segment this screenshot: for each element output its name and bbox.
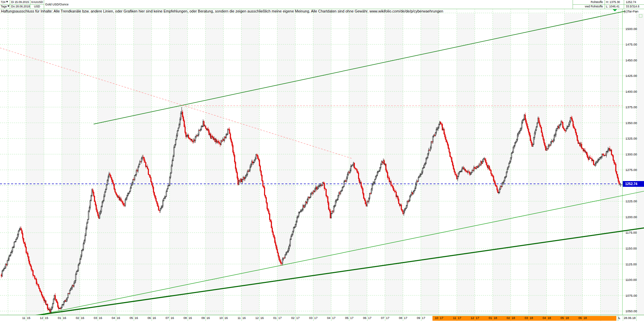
candle-body	[316, 187, 316, 189]
candle-body	[84, 240, 85, 243]
candle-body	[327, 197, 328, 203]
candle-body	[296, 222, 296, 225]
candle-body	[144, 161, 145, 163]
candle-body	[446, 140, 447, 142]
timeline-year-label: 16	[99, 316, 106, 320]
candle-body	[244, 177, 245, 179]
disclaimer-text: Haftungsausschluss für Inhalte: Alle Tre…	[1, 9, 443, 13]
candle-body	[411, 193, 412, 195]
candle-body	[74, 281, 75, 283]
candle-body	[191, 139, 191, 140]
timeline-year-label: 17	[368, 316, 375, 320]
candle-body	[370, 193, 371, 194]
candle-body	[88, 211, 89, 220]
candle-body	[155, 196, 156, 198]
candle-body	[257, 155, 258, 159]
price-axis-label: 1050.00	[625, 309, 643, 313]
candle-body	[97, 210, 97, 212]
candle-body	[52, 304, 53, 308]
timeline-year-label: 17	[476, 316, 483, 320]
candle-body	[562, 122, 563, 127]
candle-body	[224, 137, 225, 141]
bars-count-dropdown[interactable]: 724	[1, 0, 9, 4]
candle-body	[237, 172, 237, 178]
candle-body	[64, 301, 65, 302]
timeline-tick	[116, 316, 116, 321]
candle-body	[461, 171, 461, 172]
candle-body	[127, 196, 127, 198]
candle-body	[198, 135, 198, 136]
timeline-year-label: 16	[63, 316, 70, 320]
candle-body	[93, 192, 94, 196]
candle-body	[56, 299, 56, 301]
month-band	[98, 13, 116, 315]
candle-body	[354, 163, 355, 168]
timeline-month-label: 10	[216, 316, 223, 320]
candle-body	[359, 179, 360, 182]
timeline-month-label: 09	[198, 316, 205, 320]
candle-body	[399, 204, 400, 206]
timeline-tick	[62, 316, 62, 321]
candle-body	[428, 150, 429, 154]
candle-body	[35, 279, 36, 279]
candle-body	[315, 189, 315, 192]
timeline-year-label: 18	[512, 316, 519, 320]
candle-body	[236, 169, 237, 172]
candle-body	[442, 124, 443, 130]
timeline-tick	[205, 316, 206, 321]
candle-body	[339, 193, 339, 196]
candle-body	[548, 146, 549, 149]
candle-body	[20, 228, 21, 230]
candle-body	[8, 259, 8, 260]
lower-support-thin-green[interactable]	[32, 191, 644, 316]
candle-body	[372, 185, 373, 189]
timeline-month-label: 03	[305, 316, 313, 320]
candle-body	[196, 136, 196, 137]
corner-handle-icon[interactable]	[639, 14, 642, 18]
candle-body	[585, 150, 585, 152]
candle-body	[212, 136, 213, 138]
candle-body	[441, 124, 442, 124]
candle-body	[256, 155, 256, 159]
candle-body	[197, 136, 197, 136]
candle-body	[262, 175, 262, 181]
candle-body	[267, 203, 267, 209]
candle-body	[129, 192, 130, 194]
candle-body	[298, 212, 299, 216]
candle-body	[9, 255, 10, 256]
candle-body	[1, 275, 2, 276]
candle-body	[92, 189, 93, 192]
candle-body	[173, 147, 174, 156]
candle-body	[382, 162, 383, 163]
candle-body	[211, 136, 212, 139]
candle-body	[465, 169, 466, 171]
candle-body	[211, 134, 211, 139]
candle-body	[290, 239, 291, 245]
candle-body	[447, 142, 448, 145]
candle-body	[120, 199, 121, 200]
candle-body	[444, 129, 444, 134]
candle-body	[282, 259, 283, 263]
candle-body	[177, 131, 178, 136]
candle-body	[112, 180, 113, 182]
candle-body	[258, 159, 259, 160]
candle-body	[251, 162, 252, 165]
date-to: Do 28.06.2018	[11, 4, 30, 9]
candle-body	[351, 165, 352, 166]
lower-support-thick-green[interactable]	[30, 228, 644, 316]
candle-body	[123, 203, 124, 205]
period-dropdown[interactable]: Tage	[1, 4, 9, 9]
candle-body	[233, 145, 233, 152]
candle-body	[269, 214, 270, 220]
candle-body	[167, 189, 167, 192]
candle-body	[216, 140, 217, 142]
candle-body	[580, 143, 580, 146]
candle-body	[213, 137, 214, 139]
candle-body	[26, 247, 27, 253]
candle-body	[402, 211, 403, 214]
price-chart-canvas[interactable]	[0, 0, 644, 321]
candle-body	[612, 155, 613, 156]
candle-body	[419, 176, 420, 177]
candle-body	[524, 115, 525, 119]
candle-body	[105, 189, 106, 192]
